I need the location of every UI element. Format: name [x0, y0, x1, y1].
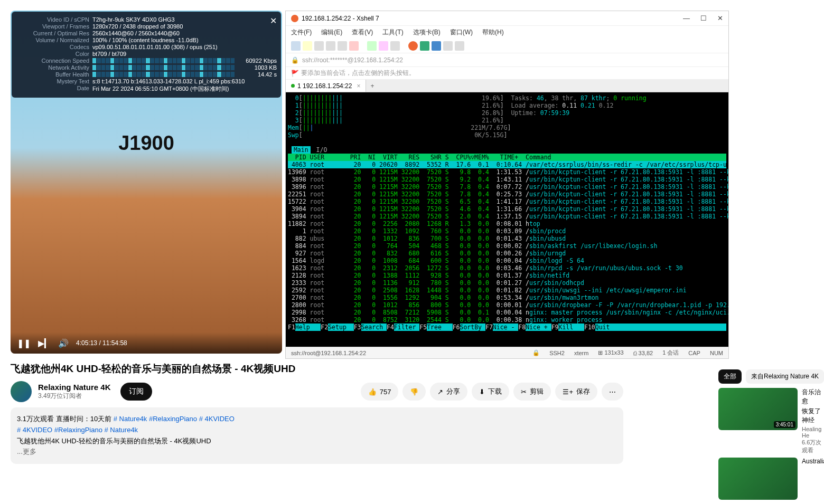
hashtag[interactable]: # 4KVIDEO [199, 415, 235, 423]
status-bar: ssh://root@192.168.1.254:22 🔒 SSH2 xterm… [286, 347, 728, 358]
address-text: ssh://root:*******@192.168.1.254:22 [302, 56, 403, 64]
stat-value: vp09.00.51.08.01.01.01.01.00 (308) / opu… [92, 44, 277, 50]
next-icon[interactable]: ▶▎ [38, 338, 51, 348]
close-tab-icon[interactable]: × [357, 82, 360, 90]
stat-label: Current / Optimal Res [16, 30, 92, 36]
stat-value [92, 64, 235, 71]
toolbar-icon[interactable] [443, 41, 453, 51]
description-box[interactable]: 3.1万次观看 直播时间：10天前 # Nature4k #RelaxingPi… [11, 407, 623, 464]
add-tab-button[interactable]: + [366, 82, 378, 90]
rec-title: 音乐治愈 [802, 388, 824, 406]
tab-label: 1 192.168.1.254:22 [297, 82, 352, 90]
status-num: NUM [710, 350, 723, 356]
menubar: 文件(F)编辑(E)查看(V)工具(T)选项卡(B)窗口(W)帮助(H) [286, 26, 728, 39]
share-button[interactable]: ↗分享 [430, 383, 467, 401]
toolbar-icon[interactable] [349, 41, 359, 51]
menu-item[interactable]: 编辑(E) [321, 28, 342, 37]
toolbar [286, 39, 728, 53]
stat-value: T2hg-hr-9uk SK3Y 4DX0 GHG3 [92, 16, 277, 23]
channel-name[interactable]: Relaxing Nature 4K [38, 383, 111, 392]
channel-avatar[interactable] [11, 381, 32, 402]
save-button[interactable]: ☰+保存 [555, 383, 597, 401]
stat-label: Mystery Text [16, 78, 92, 84]
flag-icon: 🚩 [291, 70, 299, 77]
maximize-icon[interactable]: ☐ [700, 14, 707, 22]
rec-views: 6.6万次观看 [802, 439, 824, 454]
menu-item[interactable]: 查看(V) [352, 28, 373, 37]
time-display: 4:05:13 / 11:54:58 [76, 339, 127, 347]
status-term: xterm [574, 350, 589, 356]
toolbar-icon[interactable] [291, 41, 301, 51]
app-icon [291, 15, 298, 22]
thumbnail [718, 458, 798, 500]
rec-sub: 恢复了神经 [802, 407, 824, 425]
status-dot-icon [291, 84, 295, 88]
duration: 3:45:01 [774, 421, 795, 428]
toolbar-icon[interactable] [432, 41, 441, 51]
hashtag[interactable]: # Nature4k [114, 415, 147, 423]
video-player[interactable]: ✕ Video ID / sCPNT2hg-hr-9uk SK3Y 4DX0 G… [11, 11, 282, 354]
dislike-button[interactable]: 👎 [402, 383, 426, 401]
status-size: ⊞ 131x33 [598, 349, 623, 356]
stat-label: Buffer Health [16, 71, 92, 78]
hint-bar: 🚩 要添加当前会话，点击左侧的箭头按钮。 [286, 67, 728, 80]
volume-icon[interactable]: 🔊 [58, 338, 69, 348]
menu-item[interactable]: 窗口(W) [450, 28, 473, 37]
stat-label: Video ID / sCPN [16, 16, 92, 23]
stat-value: bt709 / bt709 [92, 51, 277, 57]
more-button[interactable]: ⋯ [602, 383, 623, 401]
toolbar-icon[interactable] [303, 41, 312, 51]
chip-from-channel[interactable]: 来自Relaxing Nature 4K [746, 369, 824, 384]
show-more[interactable]: ...更多 [17, 448, 36, 455]
chip-all[interactable]: 全部 [718, 369, 742, 384]
hint-text: 要添加当前会话，点击左侧的箭头按钮。 [301, 69, 415, 78]
stat-value [92, 71, 235, 78]
download-button[interactable]: ⬇下载 [472, 383, 509, 401]
toolbar-icon[interactable] [420, 41, 429, 51]
close-icon[interactable]: ✕ [270, 16, 277, 26]
minimize-icon[interactable]: — [683, 14, 690, 22]
download-icon: ⬇ [479, 388, 485, 396]
session-tab[interactable]: 1 192.168.1.254:22 × [286, 80, 366, 92]
toolbar-icon[interactable] [314, 41, 324, 51]
video-overlay-text: J1900 [118, 132, 174, 155]
hashtag[interactable]: #RelaxingPiano [54, 426, 102, 434]
menu-item[interactable]: 工具(T) [382, 28, 403, 37]
play-pause-icon[interactable]: ❚❚ [17, 338, 31, 348]
session-tabs: 1 192.168.1.254:22 × + [286, 80, 728, 92]
titlebar: 192.168.1.254:22 - Xshell 7 — ☐ ✕ [286, 11, 728, 26]
like-button[interactable]: 👍757 [361, 383, 399, 401]
stat-right: 1003 KB [235, 64, 277, 71]
stat-right: 14.42 s [235, 71, 277, 78]
toolbar-icon[interactable] [338, 41, 347, 51]
address-bar[interactable]: 🔒 ssh://root:*******@192.168.1.254:22 [286, 53, 728, 67]
video-controls: ❚❚ ▶▎ 🔊 4:05:13 / 11:54:58 [11, 332, 282, 354]
youtube-meta: 飞越犹他州4K UHD-轻松的音乐与美丽的自然场景 - 4K视频UHD Rela… [11, 362, 623, 464]
stat-label: Codecs [16, 44, 92, 50]
menu-item[interactable]: 选项卡(B) [413, 28, 441, 37]
subscribe-button[interactable]: 订阅 [120, 383, 152, 401]
toolbar-icon[interactable] [367, 41, 377, 51]
hashtag[interactable]: #RelaxingPiano [149, 415, 197, 423]
clip-button[interactable]: ✂剪辑 [513, 383, 551, 401]
terminal[interactable]: 0[||||||||||| 19.6%] Tasks: 46, 38 thr, … [286, 92, 728, 347]
recommendation-item[interactable]: 3:45:01音乐治愈恢复了神经Healing He6.6万次观看 [718, 388, 824, 454]
toolbar-icon[interactable] [455, 41, 464, 51]
stat-right: 60922 Kbps [235, 58, 277, 64]
toolbar-icon[interactable] [408, 41, 418, 51]
toolbar-icon[interactable] [326, 41, 335, 51]
description-text: 飞越犹他州4K UHD-轻松的音乐与美丽的自然场景 - 4K视频UHD [17, 437, 211, 445]
window-title: 192.168.1.254:22 - Xshell 7 [302, 15, 379, 22]
menu-item[interactable]: 帮助(H) [482, 28, 504, 37]
stat-label: Viewport / Frames [16, 23, 92, 30]
xshell-window: 192.168.1.254:22 - Xshell 7 — ☐ ✕ 文件(F)编… [285, 11, 729, 359]
close-icon[interactable]: ✕ [717, 14, 723, 22]
recommendation-item[interactable]: Australian [718, 458, 824, 500]
toolbar-icon[interactable] [379, 41, 388, 51]
menu-item[interactable]: 文件(F) [291, 28, 312, 37]
hashtag[interactable]: # Nature4k [105, 426, 138, 434]
toolbar-icon[interactable] [390, 41, 400, 51]
hashtag[interactable]: # 4KVIDEO [17, 426, 52, 434]
stat-value: Fri Mar 22 2024 06:55:10 GMT+0800 (中国标准时… [92, 85, 277, 93]
video-title: 飞越犹他州4K UHD-轻松的音乐与美丽的自然场景 - 4K视频UHD [11, 362, 623, 376]
